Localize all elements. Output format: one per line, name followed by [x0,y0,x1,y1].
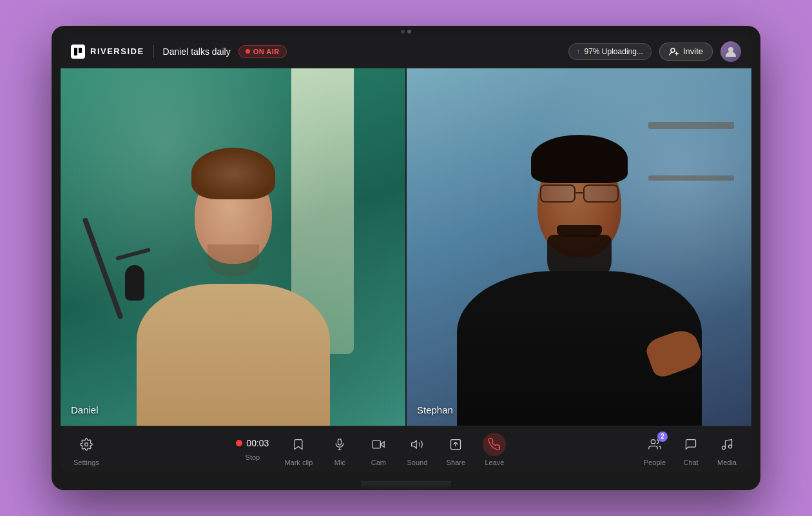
invite-label: Invite [683,46,703,56]
camera-area [401,30,411,34]
video-panel-daniel: Daniel [61,68,405,426]
logo-icon [71,45,85,59]
svg-marker-12 [412,441,417,448]
bookmark-icon [287,433,310,456]
share-button[interactable]: Share [444,433,467,466]
chat-label: Chat [683,459,698,466]
people-button[interactable]: 2 People [643,433,666,466]
share-icon [444,433,467,456]
microphone [112,140,174,319]
invite-button[interactable]: Invite [659,43,713,61]
mark-clip-label: Mark clip [284,459,313,466]
sound-icon [405,433,429,456]
svg-rect-7 [338,439,342,444]
on-air-dot [246,49,250,54]
toolbar-left: Settings [73,433,99,466]
video-panel-stephan: Stephan [405,68,751,426]
user-avatar[interactable] [720,41,741,62]
screen: RIVERSIDE Daniel talks daily ON AIR ↑ 97… [61,35,751,472]
media-button[interactable]: Media [715,433,739,466]
cam-icon [367,433,390,456]
leave-label: Leave [485,459,504,466]
laptop-frame: RIVERSIDE Daniel talks daily ON AIR ↑ 97… [52,26,760,490]
mic-label: Mic [334,459,345,466]
chat-icon [679,433,702,456]
settings-icon [75,433,98,456]
logo-area: RIVERSIDE [71,45,144,59]
leave-button[interactable]: Leave [483,433,506,466]
stop-label: Stop [246,453,260,461]
svg-point-5 [728,47,733,52]
svg-point-6 [84,442,88,446]
svg-point-2 [671,48,675,52]
camera-indicator [407,30,411,34]
header-divider [153,45,154,58]
toolbar-center: 00:03 Stop Mark clip [99,433,643,466]
people-badge: 2 [657,432,668,442]
media-icon [715,433,739,456]
camera-dot [401,30,405,34]
sound-label: Sound [407,459,428,466]
on-air-badge: ON AIR [238,45,287,58]
svg-point-16 [722,446,726,449]
stephan-name-label: Stephan [417,404,453,415]
settings-button[interactable]: Settings [73,433,99,466]
svg-point-15 [651,439,655,444]
media-label: Media [717,459,737,466]
mic-icon [328,433,351,456]
cam-label: Cam [371,459,386,466]
recording-dot [236,440,242,446]
mic-button[interactable]: Mic [328,433,351,466]
header-right: ↑ 97% Uploading... Invite [568,41,741,62]
daniel-name-label: Daniel [71,404,99,415]
toolbar-right: 2 People [643,433,739,466]
upload-arrow-icon: ↑ [577,47,581,56]
chat-button[interactable]: Chat [679,433,702,466]
toolbar: Settings 00:03 Stop [61,426,751,472]
timer-display: 00:03 [246,438,269,448]
laptop-base [361,481,451,490]
upload-status: ↑ 97% Uploading... [568,43,652,60]
logo-text: RIVERSIDE [90,46,144,56]
share-label: Share [447,459,465,466]
svg-rect-1 [79,48,82,53]
session-title: Daniel talks daily [163,46,231,57]
on-air-label: ON AIR [253,48,280,55]
svg-rect-11 [372,441,381,448]
svg-rect-0 [74,48,77,55]
settings-label: Settings [73,459,99,466]
svg-marker-10 [381,441,385,446]
people-label: People [644,459,666,466]
cam-button[interactable]: Cam [367,433,390,466]
sound-button[interactable]: Sound [405,433,429,466]
svg-point-17 [729,444,732,448]
leave-icon [483,433,506,456]
header: RIVERSIDE Daniel talks daily ON AIR ↑ 97… [61,35,751,68]
video-area: Daniel [61,68,751,426]
stop-button[interactable]: 00:03 Stop [236,438,269,461]
mark-clip-button[interactable]: Mark clip [284,433,313,466]
upload-label: 97% Uploading... [585,47,643,56]
